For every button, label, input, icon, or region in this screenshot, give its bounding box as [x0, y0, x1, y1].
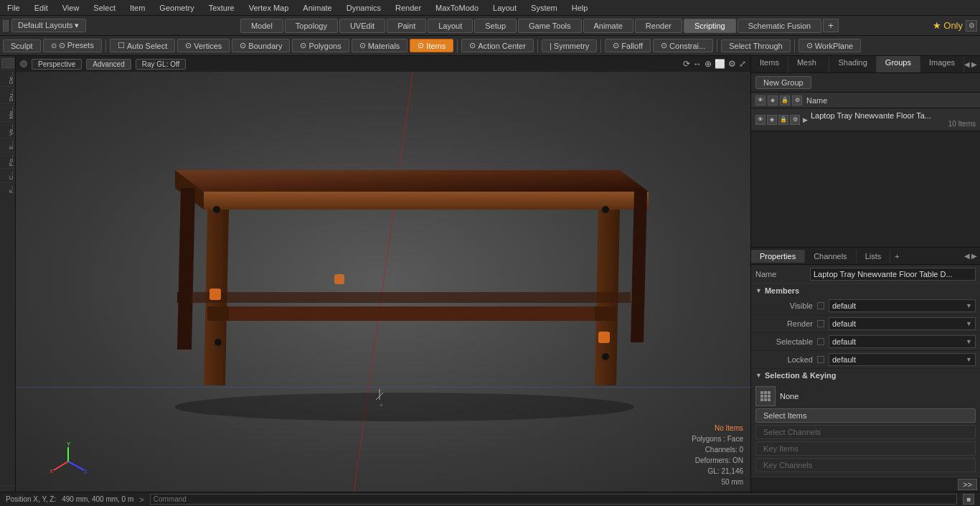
command-input[interactable] [150, 494, 957, 505]
tab-schematic[interactable]: Schematic Fusion [738, 19, 821, 33]
left-tool-bottom[interactable] [0, 485, 15, 490]
viewport-advanced[interactable]: Advanced [86, 59, 131, 70]
presets-button[interactable]: ⊙ ⊙ Presets [43, 39, 102, 52]
left-tool-f[interactable]: F... [0, 182, 15, 195]
viewport-icon-move[interactable]: ↔ [693, 59, 702, 69]
name-input[interactable] [810, 268, 976, 281]
menu-layout[interactable]: Layout [486, 2, 524, 14]
menu-vertexmap[interactable]: Vertex Map [242, 2, 296, 14]
tab-layout[interactable]: Layout [428, 19, 473, 33]
action-center-button[interactable]: ⊙ Action Center [461, 39, 534, 52]
viewport-icon-settings[interactable]: ⚙ [728, 59, 736, 69]
selkeying-section-header[interactable]: ▼ Selection & Keying [751, 369, 980, 382]
groups-item[interactable]: 👁 ◈ 🔒 ⚙ ▶ Laptop Tray Nnewvante Floor Ta… [751, 108, 980, 131]
menu-maxtomodo[interactable]: MaxToModo [428, 2, 486, 14]
members-section-header[interactable]: ▼ Members [751, 284, 980, 297]
vertices-button[interactable]: ⊙ Vertices [177, 39, 230, 52]
layout-dropdown[interactable]: Default Layouts ▾ [11, 19, 86, 32]
rp-arrow-button[interactable]: >> [958, 479, 977, 490]
left-tool-edit[interactable]: E... [0, 138, 15, 151]
tab-setup[interactable]: Setup [474, 19, 517, 33]
key-items-button[interactable]: Key Items [755, 441, 976, 456]
polygons-button[interactable]: ⊙ Polygons [292, 39, 349, 52]
layout-menu-icon[interactable] [3, 20, 9, 32]
settings-icon[interactable]: ⚙ [966, 20, 977, 32]
selectable-checkbox[interactable] [817, 338, 824, 345]
selectable-dropdown[interactable]: default ▼ [829, 335, 976, 348]
rp-collapse-btn[interactable]: ◀ [964, 60, 970, 68]
viewport-perspective[interactable]: Perspective [32, 59, 82, 70]
rp-tab-items[interactable]: Items [751, 56, 788, 72]
tab-animate[interactable]: Animate [583, 19, 633, 33]
workplane-button[interactable]: ⊙ WorkPlane [798, 39, 862, 52]
rp-tab-groups[interactable]: Groups [877, 56, 920, 72]
groups-lock-icon[interactable]: 🔒 [780, 95, 790, 106]
menu-edit[interactable]: Edit [27, 2, 55, 14]
sk-grid-icon[interactable] [755, 386, 776, 406]
status-arrow[interactable]: > [139, 495, 143, 504]
menu-animate[interactable]: Animate [296, 2, 339, 14]
select-items-button[interactable]: Select Items [755, 408, 976, 423]
render-checkbox[interactable] [817, 320, 824, 327]
star-only-button[interactable]: ★ Only [933, 20, 963, 31]
prop-expand-btn[interactable]: ▶ [971, 252, 977, 260]
materials-button[interactable]: ⊙ Materials [352, 39, 408, 52]
left-tool-mesh[interactable]: Me... [0, 103, 15, 121]
groups-eye-icon[interactable]: 👁 [755, 95, 765, 106]
viewport-icon-expand[interactable]: ⤢ [739, 59, 746, 69]
status-end-button[interactable]: ■ [963, 494, 974, 505]
left-tool-polygon[interactable]: Po... [0, 151, 15, 168]
sculpt-button[interactable]: Sculpt [3, 39, 41, 52]
constrain-button[interactable]: ⊙ Constrai... [653, 39, 713, 52]
tab-model[interactable]: Model [240, 19, 283, 33]
left-tool-deformers[interactable]: De... [0, 69, 15, 86]
viewport-raygl[interactable]: Ray GL: Off [136, 59, 187, 70]
left-tool-vertex[interactable]: Ve... [0, 121, 15, 138]
tab-scripting[interactable]: Scripting [684, 19, 736, 33]
gi-expand-arrow[interactable]: ▶ [803, 116, 808, 123]
tab-uvedit[interactable]: UVEdit [339, 19, 385, 33]
viewport-dot[interactable] [20, 60, 27, 67]
rp-tab-images[interactable]: Images [920, 56, 964, 72]
left-tool-1[interactable] [1, 58, 14, 68]
locked-dropdown[interactable]: default ▼ [829, 353, 976, 366]
viewport-icon-zoom[interactable]: ⊕ [705, 59, 712, 69]
menu-dynamics[interactable]: Dynamics [339, 2, 388, 14]
menu-render[interactable]: Render [388, 2, 428, 14]
groups-settings-icon[interactable]: ⚙ [792, 95, 802, 106]
viewport-icon-frame[interactable]: ⬜ [715, 59, 725, 69]
boundary-button[interactable]: ⊙ Boundary [232, 39, 290, 52]
symmetry-button[interactable]: | Symmetry [542, 39, 597, 52]
menu-item[interactable]: Item [123, 2, 152, 14]
menu-select[interactable]: Select [86, 2, 123, 14]
menu-view[interactable]: View [55, 2, 87, 14]
visible-checkbox[interactable] [817, 302, 824, 309]
left-tool-duplicate[interactable]: Du... [0, 86, 15, 103]
gi-eye-icon[interactable]: 👁 [755, 115, 765, 125]
gi-lock-icon[interactable]: 🔒 [778, 115, 788, 125]
items-button[interactable]: ⊙ Items [410, 39, 453, 52]
left-tool-c[interactable]: C... [0, 168, 15, 182]
auto-select-button[interactable]: ☐ Auto Select [110, 39, 175, 52]
viewport-scene[interactable]: + Z Y X No Items Polygons : Face Channel… [16, 72, 750, 492]
viewport-icon-rotate[interactable]: ⟳ [683, 59, 690, 69]
key-channels-button[interactable]: Key Channels [755, 458, 976, 472]
select-through-btn[interactable]: Select Through [721, 39, 790, 52]
prop-collapse-btn[interactable]: ◀ [964, 252, 970, 260]
groups-render-icon[interactable]: ◈ [768, 95, 778, 106]
tab-topology[interactable]: Topology [285, 19, 338, 33]
prop-tab-lists[interactable]: Lists [857, 250, 891, 263]
add-tab-button[interactable]: + [823, 19, 839, 32]
falloff-button[interactable]: ⊙ Falloff [605, 39, 651, 52]
render-dropdown[interactable]: default ▼ [829, 317, 976, 330]
tab-paint[interactable]: Paint [387, 19, 426, 33]
tab-gametools[interactable]: Game Tools [518, 19, 582, 33]
viewport[interactable]: Perspective Advanced Ray GL: Off ⟳ ↔ ⊕ ⬜… [16, 56, 750, 492]
tab-render[interactable]: Render [635, 19, 682, 33]
new-group-button[interactable]: New Group [755, 76, 811, 89]
menu-texture[interactable]: Texture [202, 2, 242, 14]
gi-settings-icon[interactable]: ⚙ [790, 115, 800, 125]
locked-checkbox[interactable] [817, 356, 824, 363]
gi-render-icon[interactable]: ◈ [767, 115, 777, 125]
prop-tab-plus[interactable]: + [890, 250, 903, 263]
